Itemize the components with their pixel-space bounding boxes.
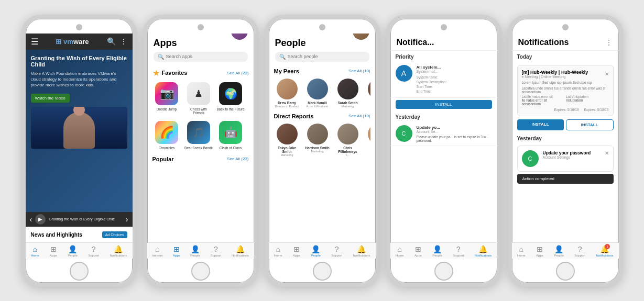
tab-notifications[interactable]: 🔔 Notifications (110, 245, 127, 257)
notif-title: All system... (417, 65, 492, 70)
tab-people[interactable]: 👤 People (311, 245, 321, 257)
yesterday-section-title-2: Yesterday (512, 132, 619, 143)
tab-support[interactable]: ? Support (574, 245, 585, 257)
direct-reports-title: Direct Reports (274, 113, 314, 119)
search-input[interactable] (288, 54, 365, 59)
peer-avatar (307, 79, 328, 99)
peer-mark[interactable]: Mark Hamill Actor & Producer (304, 79, 331, 108)
tab-people[interactable]: 👤 People (554, 245, 564, 257)
install-button-left[interactable]: INSTALL (517, 119, 564, 130)
tab-apps[interactable]: ⊞ Apps (536, 245, 543, 257)
video-thumbnail[interactable]: ▶ (35, 214, 46, 225)
account-settings-sub: Account Settings (543, 155, 591, 159)
priority-notif-item[interactable]: A All system... System not... System nam… (390, 62, 497, 98)
app-clash[interactable]: 🤖 Clash of Clans (216, 121, 245, 150)
notif-title: Update yo... (417, 125, 492, 130)
app-doodle-jump[interactable]: 📷 Doodle Jump (152, 82, 181, 115)
tab-support[interactable]: ? Support (88, 245, 99, 257)
tab-support[interactable]: ? Support (331, 245, 342, 257)
phone-1: ☰ ⊞ vmware 🔍 ⋮ Granting the Wish of Ever… (21, 15, 137, 287)
tab-notifications[interactable]: 🔔 1 Notifications (596, 245, 614, 257)
people-title: People (275, 38, 306, 49)
phone-2-screen: Apps 🔍 ★ Favorites See All (23) (147, 34, 254, 259)
carousel-text: Granting the Wish of Every Eligible Chil… (49, 217, 126, 221)
hero-section: Granting the Wish of Every Eligible Chil… (26, 50, 133, 212)
home-button[interactable] (434, 262, 453, 281)
phone-1-tab-bar: ⌂ Home ⊞ Apps 👤 People ? Support 🔔 N (26, 242, 133, 259)
home-button[interactable] (556, 262, 575, 281)
tab-people[interactable]: 👤 People (432, 245, 442, 257)
app-name: Clash of Clans (220, 146, 242, 150)
people-content: My Peers See All (10) Drew Barry Directo… (269, 68, 376, 242)
tab-notifications[interactable]: 🔔 Notifications (475, 245, 492, 257)
favorites-section-header: ★ Favorites See All (23) (152, 68, 249, 78)
app-chronicles[interactable]: 🌈 Chronicles (152, 121, 181, 150)
app-chess[interactable]: ♟ Chess with Friends (184, 82, 213, 115)
hamburger-icon[interactable]: ☰ (31, 37, 38, 47)
phone-3: People 🔍 My Peers See All (10) Dre (265, 15, 380, 287)
yesterday-notif-item[interactable]: C Update yo... Account Se... Please upda… (390, 122, 497, 146)
more-icon[interactable]: ⋮ (120, 37, 127, 46)
home-button[interactable] (191, 262, 210, 281)
app-beat[interactable]: 🎵 Beat Sneak Bandit (184, 121, 213, 150)
update-password-card[interactable]: C Update your password Account Settings … (517, 146, 614, 172)
app-name: Chess with Friends (184, 107, 213, 115)
watch-video-button[interactable]: Watch the Video (31, 94, 70, 103)
popular-see-all[interactable]: See All (23) (227, 157, 248, 161)
user-avatar[interactable] (353, 34, 369, 40)
phone-5-screen: Notifications ⋮ Today [m] Hub-Weekly | H… (512, 34, 619, 259)
my-peers-see-all[interactable]: See All (10) (348, 69, 370, 73)
ad-choices-button[interactable]: Ad Choices (102, 231, 127, 238)
peer-avatar (368, 124, 370, 144)
favorites-grid-2: 🌈 Chronicles 🎵 Beat Sneak Bandit 🤖 Clash… (152, 121, 249, 150)
tab-apps[interactable]: ⊞ Apps (173, 245, 180, 257)
user-avatar[interactable] (231, 34, 248, 40)
peer-harrison[interactable]: Harrison Smith Marketing (304, 124, 331, 157)
tab-notifications[interactable]: 🔔 Notifications (353, 245, 370, 257)
tab-support[interactable]: ? Support (210, 245, 221, 257)
notif-body: Please update your pa... is set to expir… (417, 135, 492, 142)
notif-content: All system... System not... System name:… (417, 65, 492, 94)
tab-people[interactable]: 👤 People (190, 245, 200, 257)
tab-apps[interactable]: ⊞ Apps (414, 245, 422, 257)
hub-weekly-fields: Labite hatus error sit ite natus error s… (522, 95, 609, 106)
peer-drew[interactable]: Drew Barry Director of Product (274, 79, 300, 108)
action-completed-bar: Action completed (517, 174, 614, 184)
peer-j[interactable]: J... (365, 79, 370, 108)
install-button-1[interactable]: INSTALL (396, 100, 492, 109)
favorites-see-all[interactable]: See All (23) (227, 71, 248, 75)
prev-icon[interactable]: ‹ (30, 215, 32, 224)
peer-sarah[interactable]: Sarah Smith Marketing (335, 79, 361, 108)
my-peers-header: My Peers See All (10) (274, 68, 370, 74)
tab-home[interactable]: ⌂ Home (396, 245, 404, 257)
app-world[interactable]: 🌍 Back to the Future (216, 82, 245, 115)
home-button[interactable] (70, 262, 89, 281)
phone-4-header: Notifica... (390, 34, 497, 51)
tab-home[interactable]: ⌂ Home (274, 245, 282, 257)
tab-apps[interactable]: ⊞ Apps (293, 245, 300, 257)
tab-support[interactable]: ? Support (453, 245, 464, 257)
more-options-icon[interactable]: ⋮ (605, 38, 613, 47)
person-silhouette (63, 112, 95, 149)
peer-avatar (337, 124, 358, 144)
peer-tokyo[interactable]: Tokyo Jake Smith Marketing (274, 124, 300, 157)
close-icon[interactable]: ✕ (605, 71, 609, 77)
search-icon[interactable]: 🔍 (107, 37, 116, 46)
tab-intranet[interactable]: ⌂ Intranet (152, 245, 162, 257)
tab-home[interactable]: ⌂ Home (31, 245, 39, 257)
close-icon[interactable]: ✕ (605, 150, 609, 156)
peer-chris[interactable]: Chris Fillinhenrys F... (335, 124, 361, 157)
search-bar: 🔍 (275, 52, 369, 62)
tab-home[interactable]: ⌂ Home (517, 245, 526, 257)
install-button-right[interactable]: INSTALL (566, 119, 614, 130)
tab-notifications[interactable]: 🔔 Notifications (232, 245, 249, 257)
home-button[interactable] (313, 262, 332, 281)
peer-f[interactable]: F... (365, 124, 370, 157)
tab-apps[interactable]: ⊞ Apps (50, 245, 57, 257)
direct-reports-see-all[interactable]: See All (10) (348, 114, 370, 118)
next-icon[interactable]: › (126, 215, 128, 224)
notif-content: Update yo... Account Se... Please update… (417, 125, 492, 142)
search-input[interactable] (166, 54, 244, 59)
tab-people[interactable]: 👤 People (68, 245, 78, 257)
notif-sub: System not... (417, 70, 492, 73)
